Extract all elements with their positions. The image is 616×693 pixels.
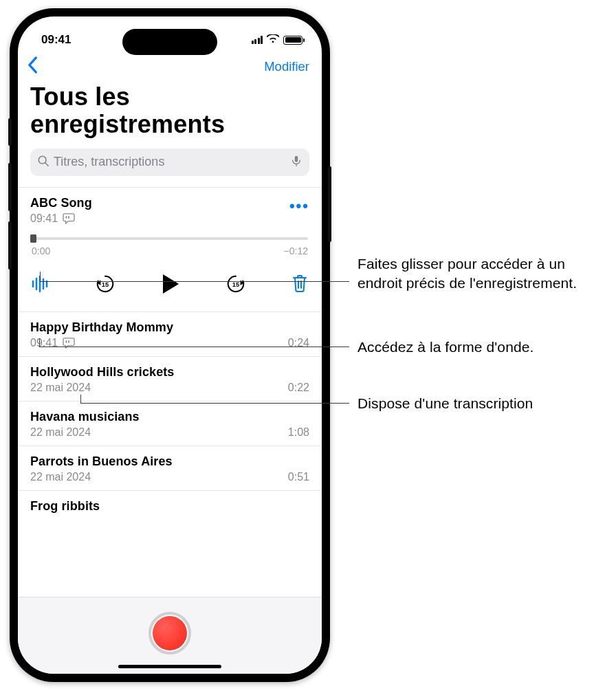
search-icon [37, 155, 50, 170]
recording-row[interactable]: Havana musicians 22 mai 2024 1:08 [18, 402, 322, 446]
recording-title: Havana musicians [30, 410, 309, 424]
recording-row[interactable]: Frog ribbits [18, 491, 322, 514]
callout-leader [40, 281, 349, 282]
battery-icon [283, 36, 302, 45]
waveform-button[interactable] [32, 276, 50, 292]
cellular-signal-icon [252, 36, 263, 44]
dictation-icon[interactable] [290, 155, 302, 170]
recording-title: Hollywood Hills crickets [30, 365, 309, 380]
back-button[interactable] [26, 56, 38, 76]
search-placeholder: Titres, transcriptions [54, 155, 286, 169]
nav-bar: Modifier [18, 54, 322, 80]
home-indicator[interactable] [118, 665, 221, 668]
record-button[interactable] [148, 612, 191, 654]
time-remaining: −0:12 [284, 245, 308, 256]
record-icon [153, 616, 187, 650]
time-elapsed: 0:00 [32, 245, 50, 256]
recording-time: 09:41 [30, 212, 58, 225]
recording-title: Happy Birthday Mommy [30, 320, 309, 335]
recording-row[interactable]: Happy Birthday Mommy 09:41 0:24 [18, 312, 322, 357]
svg-rect-4 [68, 216, 69, 219]
callout-2: Accédez à la forme d'onde. [358, 338, 534, 357]
side-button-mute [8, 118, 12, 146]
playback-scrubber[interactable]: 0:00 −0:12 [32, 237, 308, 256]
callout-leader [39, 346, 349, 347]
svg-rect-18 [68, 340, 69, 343]
callout-1: Faites glisser pour accéder à un endroit… [358, 254, 605, 294]
callout-3: Dispose d'une transcription [358, 394, 533, 413]
playback-controls: 15 15 [32, 273, 308, 295]
scrubber-track [32, 237, 308, 240]
edit-button[interactable]: Modifier [264, 59, 309, 74]
recording-sub: 22 mai 2024 [30, 471, 91, 483]
phone-frame: 09:41 Modifier Tous les enregistrem [10, 8, 330, 682]
footer-bar [18, 597, 322, 674]
side-button-vol-up [8, 163, 12, 211]
svg-rect-2 [295, 155, 298, 162]
recording-sub: 22 mai 2024 [30, 426, 91, 439]
side-button-power [328, 166, 331, 242]
recording-duration: 0:22 [288, 382, 309, 394]
side-button-vol-down [8, 221, 12, 270]
skip-back-15-button[interactable]: 15 [95, 274, 116, 294]
recording-row[interactable]: Hollywood Hills crickets 22 mai 2024 0:2… [18, 357, 322, 402]
more-options-button[interactable]: ••• [289, 196, 309, 215]
status-time: 09:41 [41, 33, 71, 47]
svg-line-1 [45, 163, 48, 166]
callout-leader [80, 395, 81, 403]
dynamic-island [122, 29, 217, 55]
recording-title: Frog ribbits [30, 499, 309, 514]
skip-forward-15-button[interactable]: 15 [226, 274, 246, 294]
recording-row[interactable]: Parrots in Buenos Aires 22 mai 2024 0:51 [18, 446, 322, 491]
delete-button[interactable] [292, 274, 308, 293]
callout-leader [39, 338, 40, 346]
recording-title: ABC Song [30, 196, 92, 210]
svg-rect-3 [66, 216, 67, 219]
recording-title: Parrots in Buenos Aires [30, 454, 309, 469]
svg-marker-12 [163, 274, 179, 294]
recording-row-expanded[interactable]: ABC Song 09:41 ••• [18, 187, 322, 312]
search-input[interactable]: Titres, transcriptions [30, 148, 309, 176]
recordings-list: ABC Song 09:41 ••• [18, 177, 322, 514]
recording-sub: 22 mai 2024 [30, 382, 91, 394]
play-button[interactable] [161, 273, 180, 295]
svg-rect-17 [66, 340, 67, 343]
page-title: Tous les enregistrements [18, 80, 322, 146]
recording-duration: 0:51 [288, 471, 309, 483]
transcription-badge-icon [63, 213, 75, 224]
callout-leader [40, 272, 41, 281]
screen: 09:41 Modifier Tous les enregistrem [18, 16, 322, 674]
scrubber-thumb[interactable] [30, 234, 36, 243]
recording-duration: 1:08 [288, 426, 309, 439]
wifi-icon [267, 33, 279, 47]
callout-leader [80, 403, 349, 404]
